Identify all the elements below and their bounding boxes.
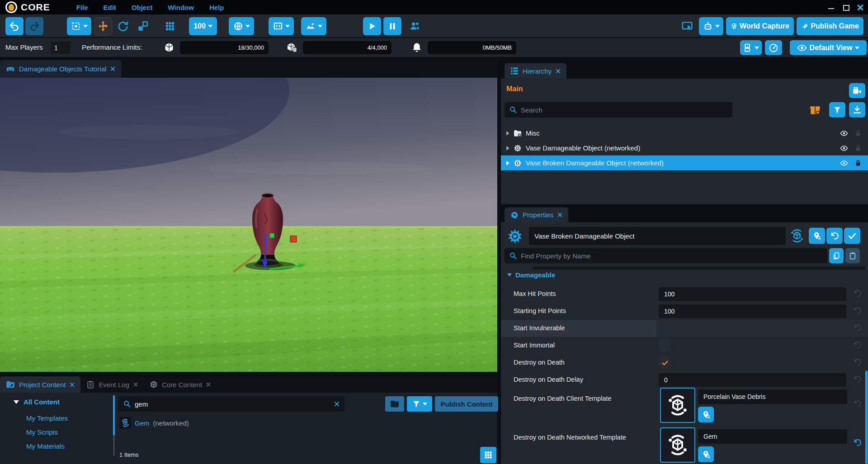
paste-properties-button[interactable] (845, 248, 860, 263)
tab-project-content[interactable]: Project Content (0, 376, 80, 393)
screen-share-button[interactable] (678, 17, 696, 35)
reset-icon[interactable] (853, 306, 862, 315)
new-folder-button[interactable] (385, 396, 404, 412)
template-thumbnail[interactable] (660, 388, 695, 423)
reset-icon[interactable] (853, 289, 862, 298)
select-mode-button[interactable] (67, 17, 91, 35)
reset-icon[interactable] (853, 399, 862, 408)
revert-button[interactable] (826, 228, 843, 244)
hierarchy-search-input[interactable] (521, 106, 728, 114)
copy-properties-button[interactable] (829, 248, 844, 263)
publish-content-button[interactable]: Publish Content (435, 396, 498, 412)
menu-file[interactable]: File (76, 4, 88, 11)
max-hit-points-input[interactable] (659, 287, 846, 301)
max-players-input[interactable] (51, 42, 71, 54)
close-icon[interactable] (857, 4, 863, 10)
world-space-dropdown[interactable] (229, 17, 254, 35)
close-tab-icon[interactable] (206, 382, 211, 387)
start-invulnerable-checkbox[interactable] (659, 322, 671, 334)
tab-hierarchy[interactable]: Hierarchy (505, 63, 566, 79)
publish-game-button[interactable]: Publish Game (797, 17, 863, 35)
scale-tool-button[interactable] (134, 17, 152, 35)
expand-caret-icon[interactable] (506, 131, 509, 136)
lock-icon[interactable] (854, 159, 862, 167)
expand-caret-icon[interactable] (506, 161, 509, 165)
restore-icon[interactable] (843, 4, 849, 10)
tree-item-my-scripts[interactable]: My Scripts (26, 428, 58, 436)
hierarchy-row-misc[interactable]: Misc (501, 126, 868, 141)
destroy-on-death-delay-input[interactable] (659, 373, 846, 387)
bot-dropdown[interactable] (699, 17, 723, 35)
find-template-button[interactable] (698, 407, 714, 422)
starting-hit-points-input[interactable] (659, 305, 846, 318)
find-in-catalog-button[interactable] (809, 228, 825, 244)
close-tab-icon[interactable] (557, 212, 563, 218)
default-view-dropdown[interactable]: Default View (790, 40, 867, 55)
collapse-caret-icon[interactable] (14, 400, 19, 404)
rotate-tool-button[interactable] (114, 17, 132, 35)
close-tab-icon[interactable] (110, 66, 116, 72)
template-icon[interactable] (789, 228, 805, 244)
object-name-input[interactable] (529, 227, 786, 245)
menu-window[interactable]: Window (168, 4, 194, 11)
find-property-input[interactable] (521, 252, 823, 260)
hierarchy-filter-button[interactable] (829, 102, 845, 117)
hierarchy-row-vase-broken-damageable[interactable]: Vase Broken Damageable Object (networked… (501, 155, 868, 170)
minimize-icon[interactable] (828, 4, 835, 10)
visibility-eye-icon[interactable] (840, 144, 848, 152)
hierarchy-row-vase-damageable[interactable]: Vase Damageable Object (networked) (501, 141, 868, 155)
viewport-mode-dropdown[interactable] (269, 17, 294, 35)
destroy-on-death-checkbox[interactable] (659, 356, 671, 369)
3d-viewport[interactable] (0, 78, 497, 372)
play-button[interactable] (363, 17, 381, 35)
tree-item-all-content[interactable]: All Content (14, 398, 60, 406)
template-thumbnail[interactable] (660, 427, 695, 463)
performance-gauge-button[interactable] (765, 40, 782, 55)
menu-help[interactable]: Help (209, 4, 224, 11)
reset-icon[interactable] (853, 341, 862, 349)
horizontal-scrollbar[interactable] (533, 267, 865, 270)
pause-button[interactable] (383, 17, 401, 35)
world-capture-button[interactable]: World Capture (726, 17, 794, 35)
vertical-scrollbar[interactable] (865, 370, 868, 464)
undo-button[interactable] (5, 17, 24, 35)
reset-icon[interactable] (853, 375, 862, 384)
server-dropdown[interactable] (740, 40, 762, 55)
multiplayer-preview-button[interactable] (405, 17, 425, 35)
reset-icon[interactable] (853, 438, 862, 447)
menu-edit[interactable]: Edit (104, 4, 116, 11)
visibility-eye-icon[interactable] (840, 129, 848, 137)
start-immortal-checkbox[interactable] (659, 339, 671, 352)
clear-search-icon[interactable] (334, 401, 340, 407)
package-icon[interactable] (809, 104, 821, 116)
content-filter-dropdown[interactable] (407, 396, 432, 412)
reset-icon[interactable] (853, 358, 862, 366)
tab-event-log[interactable]: Event Log (80, 376, 144, 393)
tree-item-my-materials[interactable]: My Materials (26, 442, 65, 450)
close-tab-icon[interactable] (69, 382, 75, 388)
find-template-button[interactable] (698, 446, 714, 462)
grid-snap-button[interactable] (161, 17, 179, 35)
capture-thumbnail-button[interactable] (849, 83, 865, 98)
grid-size-dropdown[interactable]: 100 (189, 17, 217, 35)
terrain-dropdown[interactable] (301, 17, 326, 35)
tree-scrollbar[interactable] (113, 395, 115, 456)
tab-core-content[interactable]: Core Content (144, 376, 217, 393)
tab-damageable-objects-tutorial[interactable]: Damageable Objects Tutorial (0, 60, 121, 78)
scrollbar-thumb[interactable] (113, 395, 115, 435)
tab-properties[interactable]: Properties (505, 207, 568, 222)
move-tool-button[interactable] (94, 17, 112, 35)
expand-caret-icon[interactable] (506, 146, 509, 150)
networked-template-name[interactable]: Gem (698, 429, 847, 444)
section-damageable[interactable]: Damageable (507, 271, 555, 279)
lock-icon[interactable] (854, 130, 862, 137)
lock-icon[interactable] (854, 145, 862, 152)
tree-item-my-templates[interactable]: My Templates (26, 414, 68, 422)
apply-button[interactable] (844, 228, 860, 244)
reset-icon[interactable] (853, 323, 862, 332)
redo-button[interactable] (25, 17, 43, 35)
content-search-input[interactable] (135, 400, 330, 408)
close-tab-icon[interactable] (133, 382, 138, 387)
visibility-eye-icon[interactable] (840, 159, 848, 167)
search-result-gem[interactable]: Gem (networked) (119, 417, 189, 429)
